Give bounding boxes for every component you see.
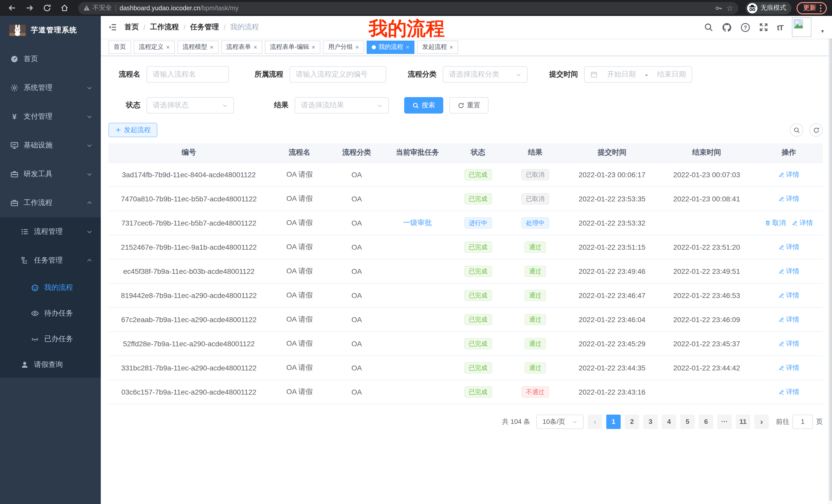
close-icon[interactable]: ×	[406, 44, 409, 50]
close-icon[interactable]: ×	[166, 44, 170, 50]
table-header-row: 编号流程名流程分类当前审批任务状态结果提交时间结束时间操作	[108, 143, 823, 162]
sidebar-item-system[interactable]: 系统管理	[0, 74, 101, 102]
cell-end-time: 2022-01-22 23:46:09	[658, 307, 755, 331]
reload-icon[interactable]	[40, 1, 53, 15]
browser-scrollbar[interactable]	[828, 16, 832, 504]
hamburger-icon[interactable]	[108, 23, 117, 32]
scrollbar-thumb[interactable]	[829, 18, 832, 501]
detail-button[interactable]: 详情	[778, 242, 799, 251]
current-task-link[interactable]: 一级审批	[403, 218, 432, 226]
detail-button[interactable]: 详情	[778, 387, 799, 396]
page-number-button[interactable]: 3	[643, 414, 658, 429]
sidebar-item-task-mgmt[interactable]: 任务管理	[0, 246, 101, 275]
page-tab[interactable]: 用户分组 ×	[323, 40, 364, 54]
detail-button[interactable]: 详情	[778, 170, 799, 179]
sidebar-item-my-process[interactable]: 我的流程	[0, 275, 101, 301]
result-select[interactable]: 请选择流结果	[295, 97, 389, 114]
sidebar-item-dev[interactable]: 研发工具	[0, 160, 101, 189]
page-tab[interactable]: 发起流程 ×	[417, 40, 458, 54]
reset-button[interactable]: 重置	[449, 97, 489, 114]
process-def-input[interactable]: 请输入流程定义的编号	[289, 66, 386, 83]
sidebar-item-workflow[interactable]: 工作流程	[0, 189, 101, 217]
table-row: ec45f38f-7b9a-11ec-b03b-acde48001122 OA …	[108, 259, 823, 283]
cell-submit-time: 2022-01-22 23:46:04	[566, 307, 658, 331]
avatar[interactable]	[792, 18, 811, 37]
next-page-button[interactable]: ›	[754, 414, 769, 429]
sidebar-item-leave-query[interactable]: 请假查询	[0, 352, 101, 377]
sidebar-item-done-tasks[interactable]: 已办任务	[0, 326, 101, 352]
page-tab[interactable]: 流程定义 ×	[134, 40, 175, 54]
app-logo[interactable]: 芋道管理系统	[0, 16, 101, 45]
page-number-button[interactable]: 11	[736, 414, 750, 429]
sidebar-item-infra[interactable]: 基础设施	[0, 131, 101, 160]
browser-update-button[interactable]: 更新	[797, 2, 827, 14]
table-body: 3ad174fb-7b9d-11ec-8404-acde48001122 OA …	[108, 162, 823, 404]
sidebar-item-todo-tasks[interactable]: 待办任务	[0, 301, 101, 326]
status-select[interactable]: 请选择状态	[147, 97, 234, 114]
github-icon[interactable]	[722, 22, 732, 32]
detail-button[interactable]: 详情	[778, 194, 799, 203]
search-icon[interactable]	[704, 23, 713, 32]
close-icon[interactable]: ×	[254, 44, 257, 50]
cell-submit-time: 2022-01-23 00:06:17	[566, 162, 658, 187]
show-search-button[interactable]	[790, 123, 803, 137]
page-number-button[interactable]: 4	[662, 414, 676, 429]
create-process-button[interactable]: 发起流程	[108, 123, 157, 137]
breadcrumb-item[interactable]: 我的流程	[230, 23, 259, 32]
page-number-button[interactable]: 2	[625, 414, 639, 429]
detail-button[interactable]: 详情	[778, 315, 799, 324]
home-icon[interactable]	[58, 1, 71, 15]
back-icon[interactable]	[5, 1, 19, 15]
font-size-icon[interactable]: tT	[777, 23, 783, 32]
breadcrumb-item[interactable]: 任务管理	[190, 23, 219, 32]
page-number-button[interactable]: 5	[680, 414, 695, 429]
prev-page-button[interactable]: ‹	[588, 414, 602, 429]
cancel-button[interactable]: 取消	[765, 218, 786, 227]
refresh-table-button[interactable]	[809, 123, 823, 137]
fullscreen-icon[interactable]	[759, 23, 768, 32]
detail-button[interactable]: 详情	[778, 290, 799, 300]
caret-down-icon[interactable]: ▼	[820, 29, 825, 34]
category-select[interactable]: 请选择流程分类	[443, 66, 527, 83]
close-icon[interactable]: ×	[210, 44, 213, 50]
goto-page-input[interactable]	[792, 414, 813, 429]
page-number-button[interactable]: 6	[699, 414, 713, 429]
breadcrumb-item[interactable]: 首页	[125, 23, 139, 32]
sidebar-item-process-mgmt[interactable]: 流程管理	[0, 217, 101, 246]
security-label[interactable]: 不安全	[93, 4, 112, 12]
page-tab[interactable]: 我的流程 ×	[367, 40, 414, 54]
chevron-up-icon	[86, 200, 93, 206]
sidebar-item-home[interactable]: 首页	[0, 45, 101, 74]
page-tab[interactable]: 流程表单-编辑 ×	[265, 40, 320, 54]
address-bar[interactable]: 不安全 dashboard.yudao.iocoder.cn/bpm/task/…	[78, 2, 738, 14]
search-button[interactable]: 搜索	[404, 97, 443, 114]
key-icon[interactable]	[714, 4, 723, 12]
detail-button[interactable]: 详情	[778, 363, 799, 372]
cell-name: OA 请假	[269, 162, 330, 187]
page-number-button[interactable]: 1	[606, 414, 621, 429]
detail-button[interactable]: 详情	[778, 267, 799, 276]
page-tab[interactable]: 流程模型 ×	[177, 40, 218, 54]
svg-text:?: ?	[744, 24, 747, 31]
page-tab[interactable]: 流程表单 ×	[221, 40, 262, 54]
page-size-select[interactable]: 10条/页	[536, 414, 583, 429]
help-icon[interactable]: ?	[740, 22, 750, 32]
sidebar-item-pay[interactable]: ¥ 支付管理	[0, 102, 101, 131]
breadcrumb-item[interactable]: 工作流程	[150, 23, 179, 32]
result-badge: 已取消	[521, 193, 549, 204]
close-icon[interactable]: ×	[449, 44, 453, 50]
close-icon[interactable]: ×	[355, 44, 359, 50]
detail-button[interactable]: 详情	[792, 218, 813, 227]
forward-icon[interactable]	[23, 1, 36, 15]
process-name-input[interactable]: 请输入流程名	[147, 66, 229, 83]
submit-time-range-picker[interactable]: 开始日期 - 结束日期	[584, 66, 692, 83]
bookmark-star-icon[interactable]: ☆	[726, 3, 733, 12]
table-row: 2152467e-7b9b-11ec-9a1b-acde48001122 OA …	[108, 235, 823, 259]
status-badge: 已完成	[464, 289, 492, 301]
status-badge: 已完成	[464, 193, 492, 204]
detail-button[interactable]: 详情	[778, 339, 799, 348]
page-tab[interactable]: 首页 ×	[108, 40, 131, 54]
close-icon[interactable]: ×	[312, 44, 315, 50]
page-number-button[interactable]: ···	[717, 414, 732, 429]
submit-time-label: 提交时间	[538, 70, 584, 79]
